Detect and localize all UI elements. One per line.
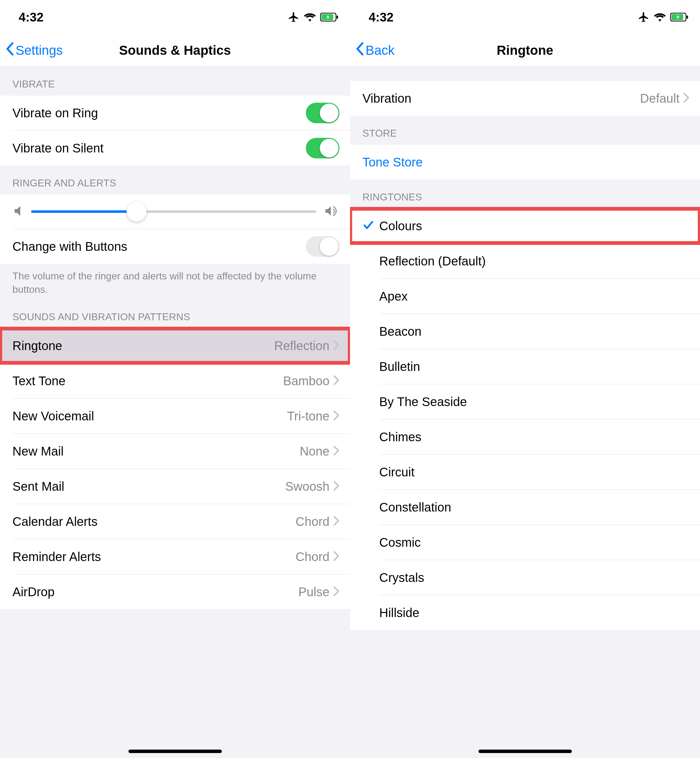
- page-title: Ringtone: [350, 43, 700, 58]
- section-header-ringtones: RINGTONES: [350, 180, 700, 208]
- volume-slider-row: [0, 194, 350, 229]
- row-label: New Mail: [12, 444, 300, 458]
- ringtone-label: Constellation: [379, 500, 689, 514]
- nav-bar: Back Ringtone: [350, 34, 700, 67]
- ringtone-label: Circuit: [379, 465, 689, 479]
- home-indicator[interactable]: [128, 750, 222, 753]
- ringtone-circuit[interactable]: Circuit: [350, 455, 700, 489]
- section-header-store: STORE: [350, 116, 700, 145]
- row-value: Tri-tone: [287, 409, 330, 423]
- back-button[interactable]: Settings: [0, 42, 63, 59]
- row-value: Bamboo: [283, 374, 330, 388]
- volume-slider[interactable]: [31, 210, 316, 213]
- chevron-left-icon: [355, 42, 364, 59]
- home-indicator[interactable]: [478, 750, 572, 753]
- row-label: Vibration: [362, 92, 640, 105]
- battery-charging-icon: [320, 13, 339, 22]
- row-change-with-buttons[interactable]: Change with Buttons: [0, 229, 350, 264]
- ringtone-label: Cosmic: [379, 536, 689, 550]
- ringtone-by-the-seaside[interactable]: By The Seaside: [350, 384, 700, 419]
- ringtone-bulletin[interactable]: Bulletin: [350, 349, 700, 384]
- ringtone-label: Chimes: [379, 430, 689, 444]
- status-time: 4:32: [19, 10, 44, 24]
- back-button[interactable]: Back: [350, 42, 394, 59]
- row-value: Chord: [295, 515, 330, 529]
- ringtone-label: Beacon: [379, 325, 689, 339]
- ringtone-label: Reflection (Default): [379, 254, 689, 268]
- chevron-right-icon: [333, 375, 339, 387]
- chevron-right-icon: [333, 516, 339, 527]
- row-sent-mail[interactable]: Sent MailSwoosh: [0, 469, 350, 504]
- ringtone-hillside[interactable]: Hillside: [350, 595, 700, 630]
- row-airdrop[interactable]: AirDropPulse: [0, 574, 350, 609]
- row-label: Calendar Alerts: [12, 515, 295, 529]
- svg-rect-5: [687, 16, 688, 19]
- row-vibration[interactable]: Vibration Default: [350, 81, 700, 116]
- row-vibrate-on-silent[interactable]: Vibrate on Silent: [0, 131, 350, 166]
- row-vibrate-on-ring[interactable]: Vibrate on Ring: [0, 95, 350, 130]
- toggle-vibrate-on-ring[interactable]: [306, 103, 339, 123]
- ringtone-colours[interactable]: Colours: [350, 208, 700, 243]
- ringtone-label: Crystals: [379, 570, 689, 585]
- ringtone-chimes[interactable]: Chimes: [350, 419, 700, 454]
- status-icons: [638, 11, 689, 23]
- volume-low-icon: [14, 206, 22, 217]
- wifi-icon: [304, 13, 316, 22]
- back-label: Back: [366, 43, 394, 58]
- ringtone-label: By The Seaside: [379, 395, 689, 409]
- airplane-mode-icon: [288, 11, 300, 23]
- ringtone-label: Hillside: [379, 606, 689, 620]
- row-new-voicemail[interactable]: New VoicemailTri-tone: [0, 399, 350, 433]
- ringtone-label: Colours: [379, 219, 689, 233]
- row-label: Ringtone: [12, 339, 274, 353]
- chevron-right-icon: [333, 340, 339, 352]
- toggle-change-with-buttons[interactable]: [306, 236, 339, 257]
- row-label: AirDrop: [12, 585, 298, 599]
- chevron-right-icon: [683, 92, 689, 104]
- row-value: Reflection: [274, 339, 330, 353]
- row-value: Swoosh: [285, 480, 330, 494]
- row-reminder-alerts[interactable]: Reminder AlertsChord: [0, 539, 350, 574]
- toggle-vibrate-on-silent[interactable]: [306, 138, 339, 158]
- chevron-right-icon: [333, 410, 339, 422]
- row-label: Tone Store: [362, 155, 689, 169]
- row-value: Pulse: [298, 585, 330, 599]
- screen-sounds-haptics: 4:32 Settings Sounds & Haptics VIBRATE V: [0, 0, 350, 758]
- selection-indicator: [358, 219, 379, 233]
- nav-bar: Settings Sounds & Haptics: [0, 34, 350, 67]
- row-ringtone[interactable]: RingtoneReflection: [0, 328, 350, 363]
- row-calendar-alerts[interactable]: Calendar AlertsChord: [0, 504, 350, 539]
- row-label: Text Tone: [12, 374, 283, 388]
- row-value: Default: [640, 92, 680, 105]
- ringtone-cosmic[interactable]: Cosmic: [350, 525, 700, 560]
- ringtone-apex[interactable]: Apex: [350, 279, 700, 314]
- back-label: Settings: [16, 43, 63, 58]
- status-icons: [288, 11, 339, 23]
- status-bar: 4:32: [0, 0, 350, 34]
- row-label: Change with Buttons: [12, 239, 306, 253]
- status-bar: 4:32: [350, 0, 700, 34]
- ringtone-beacon[interactable]: Beacon: [350, 314, 700, 349]
- row-label: Vibrate on Ring: [12, 106, 306, 120]
- section-footer-ringer: The volume of the ringer and alerts will…: [0, 264, 350, 299]
- row-label: Vibrate on Silent: [12, 141, 306, 155]
- row-label: Reminder Alerts: [12, 550, 295, 564]
- ringtone-label: Bulletin: [379, 360, 689, 374]
- chevron-right-icon: [333, 445, 339, 457]
- row-tone-store[interactable]: Tone Store: [350, 145, 700, 180]
- ringtone-reflection-default-[interactable]: Reflection (Default): [350, 244, 700, 278]
- battery-charging-icon: [670, 13, 689, 22]
- ringtone-constellation[interactable]: Constellation: [350, 490, 700, 525]
- wifi-icon: [654, 13, 666, 22]
- row-text-tone[interactable]: Text ToneBamboo: [0, 363, 350, 398]
- content: VIBRATE Vibrate on Ring Vibrate on Silen…: [0, 67, 350, 758]
- svg-rect-2: [337, 16, 338, 19]
- screen-ringtone: 4:32 Back Ringtone Vibration De: [350, 0, 700, 758]
- chevron-right-icon: [333, 586, 339, 598]
- row-label: Sent Mail: [12, 480, 285, 494]
- ringtone-label: Apex: [379, 289, 689, 303]
- ringtone-crystals[interactable]: Crystals: [350, 560, 700, 595]
- airplane-mode-icon: [638, 11, 650, 23]
- row-new-mail[interactable]: New MailNone: [0, 434, 350, 469]
- chevron-right-icon: [333, 551, 339, 563]
